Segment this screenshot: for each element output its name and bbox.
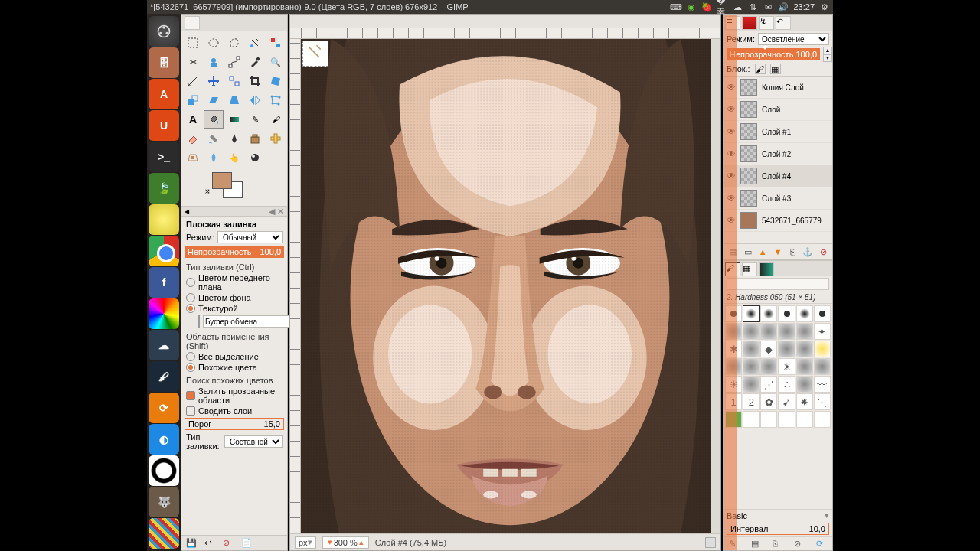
bucket-fill-tool[interactable] — [204, 110, 224, 129]
brush-item[interactable]: ⋰ — [760, 376, 777, 393]
blend-tool[interactable] — [224, 110, 244, 129]
brush-item[interactable] — [814, 358, 831, 375]
brush-item[interactable] — [796, 323, 813, 340]
layer-row[interactable]: 👁Копия Слой — [724, 77, 832, 99]
bycolor-select-tool[interactable] — [266, 34, 286, 52]
undo-tab[interactable]: ↶ — [776, 16, 791, 30]
dropbox-icon[interactable]: �幸 — [717, 2, 727, 12]
lock-pixels-icon[interactable]: 🖌 — [755, 64, 766, 74]
brush-item[interactable]: ☀ — [778, 358, 795, 375]
new-brush-icon[interactable]: ▤ — [751, 539, 762, 549]
check-transparent[interactable] — [186, 391, 195, 400]
reset-options-icon[interactable]: 📄 — [241, 538, 252, 549]
layer-thumb[interactable] — [740, 79, 757, 96]
toolbox-tab[interactable] — [185, 16, 200, 30]
fillby-select[interactable]: Составной — [224, 435, 283, 448]
layer-row[interactable]: 👁Слой #2 — [724, 143, 832, 165]
radio-all[interactable] — [186, 352, 195, 361]
delete-brush-icon[interactable]: ⊘ — [794, 539, 805, 549]
weather-icon[interactable]: ☁ — [149, 330, 179, 360]
perspective-clone-tool[interactable] — [183, 148, 203, 167]
channels-tab[interactable] — [742, 16, 757, 30]
canvas[interactable] — [301, 39, 711, 533]
gradients-tab[interactable] — [759, 262, 774, 276]
scrollbar-vertical[interactable] — [711, 39, 720, 533]
ink-tool[interactable] — [224, 129, 244, 148]
files-icon[interactable]: 🗄 — [149, 47, 179, 78]
close-icon[interactable]: ◀ ✕ — [269, 207, 287, 217]
chrome-icon[interactable] — [149, 236, 179, 266]
shear-tool[interactable] — [204, 91, 224, 109]
swap-colors-icon[interactable]: ⤭ — [204, 187, 211, 195]
zoom-down-icon[interactable]: ▾ — [326, 537, 334, 547]
menubar[interactable] — [290, 15, 720, 28]
clone-tool[interactable] — [245, 129, 265, 148]
brush-item[interactable] — [814, 341, 831, 357]
layer-up-icon[interactable]: ▲ — [757, 246, 768, 257]
brush-item[interactable]: ✷ — [796, 393, 813, 410]
brush-item[interactable] — [743, 376, 760, 393]
anchor-layer-icon[interactable]: ⚓ — [802, 246, 813, 257]
measure-tool[interactable] — [183, 72, 203, 90]
network-icon[interactable]: ⇅ — [747, 2, 758, 12]
brush-item[interactable] — [760, 323, 777, 340]
align-tool[interactable] — [224, 72, 244, 90]
heal-tool[interactable] — [266, 129, 286, 148]
layer-thumb[interactable] — [740, 145, 757, 162]
ruler-vertical[interactable] — [290, 39, 301, 533]
radio-fg[interactable] — [186, 278, 195, 287]
foreground-select-tool[interactable] — [204, 53, 224, 71]
software-center-icon[interactable]: A — [149, 79, 179, 109]
ubuntu-one-icon[interactable]: U — [149, 110, 179, 141]
radio-pattern[interactable] — [186, 304, 195, 313]
unit-select[interactable]: px ▾ — [295, 536, 316, 549]
mode-select[interactable]: Обычный — [217, 231, 283, 243]
fg-color-swatch[interactable] — [212, 172, 232, 189]
scale-tool[interactable] — [183, 91, 203, 109]
blur-tool[interactable] — [204, 148, 224, 167]
pencil-tool[interactable]: ✎ — [245, 110, 265, 129]
layer-thumb[interactable] — [740, 101, 757, 118]
cage-tool[interactable] — [266, 91, 286, 109]
brush-item[interactable] — [796, 376, 813, 393]
layer-thumb[interactable] — [740, 168, 757, 184]
gear-icon[interactable]: ⚙ — [819, 2, 830, 12]
brush-item[interactable]: 〰 — [814, 376, 831, 393]
paths-tool[interactable] — [224, 53, 244, 71]
brush-item[interactable] — [743, 358, 760, 375]
brush-item[interactable]: ⋱ — [814, 393, 831, 410]
layer-name[interactable]: Слой #3 — [762, 194, 791, 203]
refresh-brushes-icon[interactable]: ⟳ — [816, 539, 827, 549]
fuzzy-select-tool[interactable] — [245, 34, 265, 52]
rect-select-tool[interactable] — [183, 34, 203, 52]
brush-item[interactable] — [760, 358, 777, 375]
app2-icon[interactable]: ◐ — [149, 424, 179, 455]
lock-alpha-icon[interactable]: ▦ — [770, 64, 781, 74]
brush-category[interactable]: Basic▾ — [724, 509, 832, 521]
brush-item[interactable] — [743, 341, 760, 357]
brush-item[interactable] — [796, 358, 813, 375]
brush-item[interactable] — [796, 411, 813, 428]
patterns-tab[interactable]: ▦ — [742, 262, 757, 276]
brush-item[interactable] — [778, 411, 795, 428]
brush-item[interactable]: 2 — [743, 393, 760, 410]
layer-name[interactable]: Слой #1 — [762, 128, 791, 136]
layer-name[interactable]: Копия Слой — [762, 83, 804, 92]
eraser-tool[interactable] — [183, 129, 203, 148]
brush-item[interactable]: ➹ — [778, 393, 795, 410]
opacity-stepper[interactable]: ▲▼ — [823, 47, 832, 62]
app-icon[interactable] — [149, 204, 179, 235]
flip-tool[interactable] — [245, 91, 265, 109]
app4-icon[interactable] — [149, 518, 179, 549]
brush-item[interactable] — [743, 411, 760, 428]
facebook-icon[interactable]: f — [149, 267, 179, 298]
app3-icon[interactable] — [149, 455, 179, 486]
brush-item[interactable]: ✦ — [814, 323, 831, 340]
crop-tool[interactable] — [245, 72, 265, 90]
mypaint-icon[interactable]: 🖌 — [149, 361, 179, 392]
duplicate-brush-icon[interactable]: ⎘ — [773, 539, 783, 549]
colorpicker-icon[interactable] — [149, 298, 179, 329]
check-merged[interactable] — [186, 406, 195, 416]
dodge-tool[interactable] — [245, 148, 265, 167]
ruler-horizontal[interactable] — [290, 28, 720, 39]
